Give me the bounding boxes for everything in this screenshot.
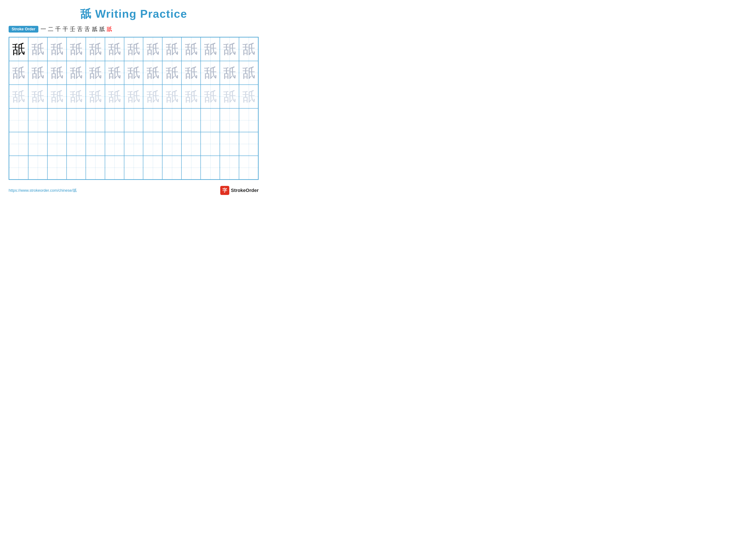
stroke-step-1: 一 <box>40 25 46 33</box>
logo-icon: 字 <box>220 186 229 195</box>
grid-cell[interactable] <box>124 108 143 132</box>
grid-cell[interactable] <box>47 132 67 156</box>
grid-cell[interactable]: 舐 <box>28 61 47 85</box>
footer-url[interactable]: https://www.strokeorder.com/chinese/舐 <box>9 188 77 193</box>
cell-character: 舐 <box>223 42 236 56</box>
grid-cell[interactable] <box>28 108 47 132</box>
grid-cell[interactable]: 舐 <box>201 85 220 108</box>
grid-cell[interactable] <box>239 156 258 179</box>
grid-cell[interactable] <box>181 156 201 179</box>
grid-cell[interactable] <box>9 132 28 156</box>
grid-cell[interactable] <box>181 108 201 132</box>
grid-cell[interactable] <box>162 156 181 179</box>
grid-cell[interactable] <box>47 156 67 179</box>
grid-cell[interactable] <box>28 132 47 156</box>
grid-cell[interactable]: 舐 <box>28 85 47 108</box>
grid-cell[interactable]: 舐 <box>181 37 201 61</box>
grid-cell[interactable]: 舐 <box>143 85 162 108</box>
grid-cell[interactable]: 舐 <box>28 37 47 61</box>
grid-cell[interactable] <box>201 156 220 179</box>
cell-character: 舐 <box>184 90 198 103</box>
grid-cell[interactable]: 舐 <box>239 85 258 108</box>
grid-cell[interactable] <box>220 132 239 156</box>
grid-cell[interactable] <box>220 108 239 132</box>
grid-cell[interactable] <box>105 156 124 179</box>
grid-cell[interactable]: 舐 <box>124 37 143 61</box>
grid-cell[interactable]: 舐 <box>67 85 86 108</box>
grid-cell[interactable]: 舐 <box>124 85 143 108</box>
grid-cell[interactable]: 舐 <box>9 85 28 108</box>
grid-cell[interactable]: 舐 <box>9 37 28 61</box>
cell-character: 舐 <box>146 90 159 103</box>
cell-character: 舐 <box>89 90 102 103</box>
grid-cell[interactable] <box>181 132 201 156</box>
grid-cell[interactable]: 舐 <box>162 37 181 61</box>
footer-logo: 字 StrokeOrder <box>220 186 258 195</box>
grid-cell[interactable]: 舐 <box>67 37 86 61</box>
grid-cell[interactable]: 舐 <box>143 37 162 61</box>
grid-cell[interactable] <box>143 132 162 156</box>
grid-cell[interactable]: 舐 <box>47 37 67 61</box>
grid-cell[interactable] <box>201 132 220 156</box>
grid-cell[interactable]: 舐 <box>67 61 86 85</box>
grid-cell[interactable] <box>9 108 28 132</box>
grid-cell[interactable]: 舐 <box>220 85 239 108</box>
grid-cell[interactable] <box>86 132 105 156</box>
grid-cell[interactable]: 舐 <box>220 61 239 85</box>
grid-cell[interactable]: 舐 <box>181 61 201 85</box>
grid-cell[interactable]: 舐 <box>201 61 220 85</box>
grid-cell[interactable]: 舐 <box>105 61 124 85</box>
grid-cell[interactable] <box>143 108 162 132</box>
grid-cell[interactable] <box>201 108 220 132</box>
grid-cell[interactable]: 舐 <box>86 61 105 85</box>
grid-cell[interactable] <box>47 108 67 132</box>
cell-character: 舐 <box>165 90 179 103</box>
grid-cell[interactable]: 舐 <box>201 37 220 61</box>
cell-character: 舐 <box>31 42 44 56</box>
grid-cell[interactable] <box>220 156 239 179</box>
grid-cell[interactable] <box>124 132 143 156</box>
grid-cell[interactable]: 舐 <box>105 85 124 108</box>
grid-cell[interactable]: 舐 <box>239 37 258 61</box>
grid-cell[interactable] <box>28 156 47 179</box>
cell-character: 舐 <box>204 42 217 56</box>
grid-cell[interactable]: 舐 <box>86 85 105 108</box>
grid-cell[interactable]: 舐 <box>124 61 143 85</box>
grid-cell[interactable]: 舐 <box>181 85 201 108</box>
grid-cell[interactable]: 舐 <box>162 61 181 85</box>
cell-character: 舐 <box>12 42 25 56</box>
grid-cell[interactable] <box>124 156 143 179</box>
cell-character: 舐 <box>242 66 256 80</box>
grid-cell[interactable]: 舐 <box>239 61 258 85</box>
cell-character: 舐 <box>204 66 217 80</box>
grid-cell[interactable]: 舐 <box>9 61 28 85</box>
grid-cell[interactable] <box>86 108 105 132</box>
grid-cell[interactable] <box>162 108 181 132</box>
grid-cell[interactable] <box>67 132 86 156</box>
cell-character: 舐 <box>69 66 83 80</box>
page-title: 舐 Writing Practice <box>9 7 258 21</box>
grid-cell[interactable]: 舐 <box>143 61 162 85</box>
grid-cell[interactable] <box>239 132 258 156</box>
grid-cell[interactable] <box>239 108 258 132</box>
grid-cell[interactable]: 舐 <box>162 85 181 108</box>
grid-cell[interactable] <box>86 156 105 179</box>
grid-cell[interactable] <box>9 156 28 179</box>
grid-cell[interactable]: 舐 <box>86 37 105 61</box>
grid-cell[interactable]: 舐 <box>220 37 239 61</box>
grid-cell[interactable] <box>105 108 124 132</box>
grid-cell[interactable] <box>67 108 86 132</box>
grid-cell[interactable] <box>67 156 86 179</box>
cell-character: 舐 <box>50 66 64 80</box>
grid-cell[interactable] <box>162 132 181 156</box>
cell-character: 舐 <box>165 66 179 80</box>
grid-cell[interactable]: 舐 <box>47 61 67 85</box>
cell-character: 舐 <box>108 42 121 56</box>
cell-character: 舐 <box>50 90 64 103</box>
grid-cell[interactable] <box>143 156 162 179</box>
grid-cell[interactable] <box>105 132 124 156</box>
grid-cell[interactable]: 舐 <box>105 37 124 61</box>
cell-character: 舐 <box>127 42 140 56</box>
grid-cell[interactable]: 舐 <box>47 85 67 108</box>
stroke-step-5: 壬 <box>70 25 75 33</box>
